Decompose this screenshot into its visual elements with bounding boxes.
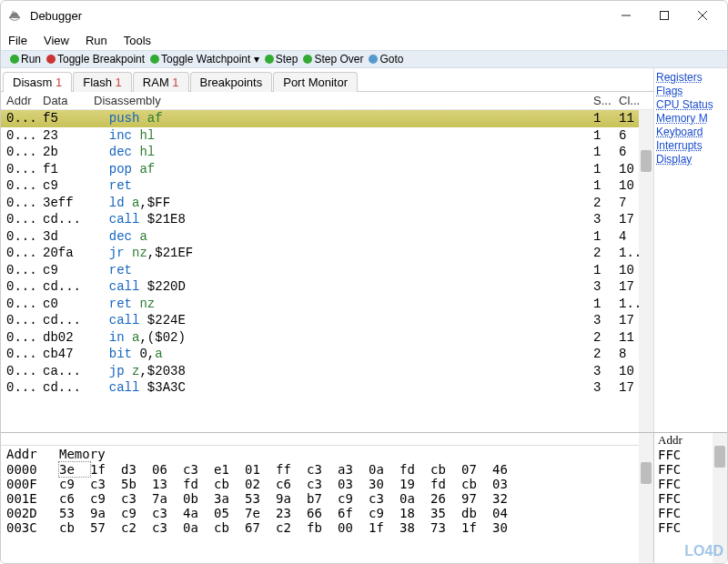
disasm-row[interactable]: 0...23 inc hl16: [1, 127, 653, 145]
disasm-row[interactable]: 0...c9 ret 110: [1, 262, 653, 279]
sidelink-interrupts[interactable]: Interrupts: [656, 139, 725, 152]
main-area: Disasm 1Flash 1RAM 1BreakpointsPort Moni…: [1, 68, 727, 432]
breakpoint-icon: [46, 55, 56, 64]
memory-header: Addr Memory: [1, 446, 653, 462]
col-size[interactable]: S...: [593, 94, 619, 107]
sidelink-memory-m[interactable]: Memory M: [656, 112, 725, 125]
disasm-body[interactable]: 0...f5 push af1110...23 inc hl160...2b d…: [1, 110, 653, 432]
watchpoint-icon: [150, 55, 159, 64]
sidelink-display[interactable]: Display: [656, 153, 725, 166]
app-icon: [6, 7, 23, 24]
menu-view[interactable]: View: [44, 34, 69, 47]
svg-rect-1: [661, 12, 669, 20]
disasm-row[interactable]: 0...db02 in a,($02)211: [1, 329, 653, 347]
memory-row[interactable]: 001Ec6c9c37a0b3a539ab7c9c30a269732: [1, 491, 653, 506]
memory-pane: Addr Memory 00003e1fd306c3e101ffc3a30afd…: [1, 433, 653, 563]
disasm-row[interactable]: 0...cd... call $224E317: [1, 312, 653, 329]
scrollbar-thumb[interactable]: [714, 446, 725, 468]
menu-bar: File View Run Tools: [1, 30, 727, 50]
disasm-row[interactable]: 0...f1 pop af110: [1, 161, 653, 178]
tab-flash[interactable]: Flash 1: [73, 72, 132, 92]
disasm-row[interactable]: 0...ca... jp z,$2038310: [1, 363, 653, 380]
menu-file[interactable]: File: [8, 34, 27, 47]
toolbar-toggle-watchpoint[interactable]: Toggle Watchpoint ▾: [145, 53, 259, 65]
scrollbar-thumb[interactable]: [641, 462, 652, 484]
col-disassembly[interactable]: Disassembly: [94, 94, 593, 107]
memory-row[interactable]: 002D539ac9c34a057e23666fc91835db04: [1, 506, 653, 520]
toolbar-step-over[interactable]: Step Over: [298, 53, 363, 65]
toolbar-goto[interactable]: Goto: [363, 53, 403, 65]
memory-col-mem[interactable]: Memory: [59, 447, 106, 461]
disasm-row[interactable]: 0...cd... call $21E8317: [1, 211, 653, 228]
sidelink-flags[interactable]: Flags: [656, 85, 725, 97]
toolbar-step[interactable]: Step: [259, 53, 298, 65]
bottom-area: Addr Memory 00003e1fd306c3e101ffc3a30afd…: [1, 432, 727, 563]
step-over-icon: [303, 55, 312, 64]
tab-disasm[interactable]: Disasm 1: [3, 72, 72, 92]
disasm-row[interactable]: 0...2b dec hl16: [1, 144, 653, 161]
col-data[interactable]: Data: [43, 94, 94, 107]
tab-breakpoints[interactable]: Breakpoints: [190, 72, 273, 92]
goto-icon: [369, 55, 378, 64]
tab-ram[interactable]: RAM 1: [133, 72, 189, 92]
disasm-scrollbar[interactable]: [639, 110, 653, 432]
disasm-row[interactable]: 0...cd... call $3A3C317: [1, 379, 653, 397]
stack-scrollbar[interactable]: [713, 433, 727, 563]
minimize-button[interactable]: [607, 3, 645, 28]
close-button[interactable]: [683, 3, 722, 28]
toolbar: Run Toggle Breakpoint Toggle Watchpoint …: [1, 50, 727, 68]
memory-col-addr[interactable]: Addr: [6, 447, 59, 461]
disasm-row[interactable]: 0...c0 ret nz11...: [1, 296, 653, 313]
disasm-row[interactable]: 0...3d dec a14: [1, 228, 653, 246]
stack-pane: Addr FFCFFCFFCFFCFFCFFC: [653, 433, 727, 563]
disasm-row[interactable]: 0...3eff ld a,$FF27: [1, 195, 653, 212]
scrollbar-thumb[interactable]: [641, 150, 652, 172]
col-addr[interactable]: Addr: [6, 94, 43, 107]
tab-strip: Disasm 1Flash 1RAM 1BreakpointsPort Moni…: [1, 68, 653, 92]
tab-port-monitor[interactable]: Port Monitor: [273, 72, 358, 92]
col-clocks[interactable]: Cl...: [619, 94, 648, 107]
memory-row[interactable]: 003Ccb57c2c30acb67c2fb001f38731f30: [1, 520, 653, 535]
disasm-row[interactable]: 0...cd... call $220D317: [1, 278, 653, 296]
disasm-pane: Disasm 1Flash 1RAM 1BreakpointsPort Moni…: [1, 68, 654, 432]
side-panel: RegistersFlagsCPU StatusMemory MKeyboard…: [654, 68, 727, 432]
disasm-row[interactable]: 0...cb47 bit 0,a28: [1, 346, 653, 363]
disasm-row[interactable]: 0...f5 push af111: [1, 110, 653, 127]
sidelink-cpu-status[interactable]: CPU Status: [656, 98, 725, 111]
sidelink-registers[interactable]: Registers: [656, 71, 725, 84]
toolbar-toggle-breakpoint[interactable]: Toggle Breakpoint: [41, 53, 145, 65]
menu-run[interactable]: Run: [86, 34, 107, 47]
sidelink-keyboard[interactable]: Keyboard: [656, 126, 725, 138]
disasm-header: Addr Data Disassembly S... Cl...: [1, 92, 653, 110]
memory-row[interactable]: 00003e1fd306c3e101ffc3a30afdcb0746: [1, 462, 653, 477]
memory-body[interactable]: 00003e1fd306c3e101ffc3a30afdcb0746000Fc9…: [1, 462, 653, 535]
window-title: Debugger: [30, 9, 82, 23]
memory-tabs: [1, 433, 653, 446]
step-icon: [265, 55, 274, 64]
maximize-button[interactable]: [645, 3, 683, 28]
disasm-row[interactable]: 0...c9 ret 110: [1, 177, 653, 195]
menu-tools[interactable]: Tools: [124, 34, 151, 47]
toolbar-run[interactable]: Run: [5, 53, 41, 65]
title-bar: Debugger: [1, 1, 727, 30]
memory-row[interactable]: 000Fc9c35b13fdcb02c6c3033019fdcb03: [1, 477, 653, 491]
play-icon: [10, 55, 19, 64]
memory-scrollbar[interactable]: [639, 433, 653, 563]
disasm-row[interactable]: 0...20fa jr nz,$21EF21...: [1, 245, 653, 262]
